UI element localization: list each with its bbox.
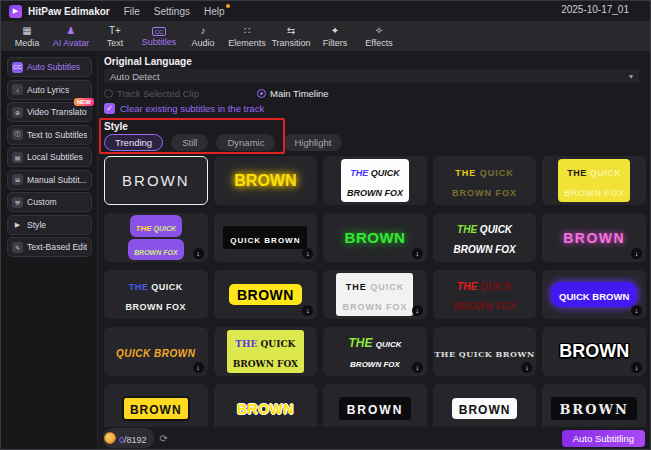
style-preset-23[interactable]: BROWN [323,384,427,427]
style-preset-sample: BROWN [229,284,302,305]
style-preset-sample: THE QUICKBROWN FOX [227,330,304,372]
checkbox-checked-icon[interactable]: ✓ [104,103,115,114]
style-preset-2[interactable]: BROWN [214,156,318,205]
download-icon: ↓ [412,362,423,373]
style-preset-sample: THE QUICKBROWN FOX [336,273,413,315]
style-preset-8[interactable]: BROWN↓ [323,213,427,262]
tab-transition[interactable]: ⇆Transition [269,25,313,48]
style-preset-24[interactable]: BROWN [433,384,537,427]
style-preset-10[interactable]: BROWN↓ [542,213,646,262]
style-preset-3[interactable]: THE QUICKBROWN FOX [323,156,427,205]
menu-settings[interactable]: Settings [154,6,190,17]
sidebar-item-local-subtitles[interactable]: ▤Local Subtitles [7,147,92,167]
style-preset-4[interactable]: THE QUICKBROWN FOX [433,156,537,205]
download-icon: ↓ [302,248,313,259]
style-preset-7[interactable]: QUICK BROWN↓ [214,213,318,262]
style-preset-sample: BROWN [551,397,637,420]
style-preset-11[interactable]: THE QUICKBROWN FOX [104,270,208,319]
tab-label: Audio [191,38,214,48]
style-tab-dynamic[interactable]: Dynamic [216,134,275,151]
main-timeline-label: Main Timeline [270,88,329,99]
style-preset-13[interactable]: THE QUICKBROWN FOX↓ [323,270,427,319]
tab-subtitles[interactable]: CCSubtitles [137,25,181,47]
sidebar-item-auto-subtitles[interactable]: CCAuto Subtitles [7,57,92,77]
style-preset-6[interactable]: THE QUICKBROWN FOX↓ [104,213,208,262]
style-preset-sample: THE QUICKBROWN FOX [453,218,515,256]
sidebar-item-auto-lyrics[interactable]: ♪Auto Lyrics [7,80,92,100]
refresh-icon[interactable]: ⟳ [160,433,168,444]
style-preset-sample: BROWN [234,171,296,190]
style-preset-19[interactable]: THE QUICK BROWN↓ [433,327,537,376]
filters-icon: ✦ [331,25,339,37]
style-preset-9[interactable]: THE QUICKBROWN FOX [433,213,537,262]
style-tab-still[interactable]: Still [171,134,208,151]
tab-audio[interactable]: ♪Audio [181,25,225,48]
style-preset-22[interactable]: BROWN [214,384,318,427]
download-icon: ↓ [631,362,642,373]
sidebar-item-custom[interactable]: ⚒Custom [7,192,92,212]
style-preset-17[interactable]: THE QUICKBROWN FOX [214,327,318,376]
auto-subtitling-button[interactable]: Auto Subtitling [562,430,645,447]
sidebar-item-manual-subtit[interactable]: ⊞Manual Subtit... [7,170,92,190]
subtitles-icon: CC [152,27,167,36]
style-tab-trending[interactable]: Trending [104,134,163,151]
style-preset-sample: BROWN [122,396,190,421]
tab-filters[interactable]: ✦Filters [313,25,357,48]
text-icon: T+ [109,25,121,37]
style-tab-highlight[interactable]: Highlight [283,134,342,151]
language-dropdown[interactable]: Auto Detect ▾ [104,69,639,83]
tab-label: Elements [228,38,266,48]
style-preset-sample: BROWN [122,171,190,190]
style-preset-16[interactable]: QUICK BROWN↓ [104,327,208,376]
tab-effects[interactable]: ✧Effects [357,25,401,48]
style-preset-1[interactable]: BROWN [104,156,208,205]
style-preset-12[interactable]: BROWN↓ [214,270,318,319]
tab-elements[interactable]: ∷Elements [225,25,269,48]
download-icon: ↓ [631,248,642,259]
media-icon: ▦ [22,25,31,37]
style-preset-5[interactable]: THE QUICKBROWN FOX [542,156,646,205]
style-preset-sample: THE QUICKBROWN FOX [453,275,515,313]
sidebar-item-label: Auto Subtitles [27,62,80,72]
sidebar-item-text-to-subtitles[interactable]: ⓉText to Subtitles [7,125,92,145]
sidebar-item-text-based-editi[interactable]: ✎Text-Based Editi... [7,237,92,257]
menu-file[interactable]: File [124,6,140,17]
app-logo-icon: ▶ [9,5,22,18]
style-preset-21[interactable]: BROWN [104,384,208,427]
audio-icon: ♪ [201,25,206,37]
track-selected-clip-radio[interactable] [104,89,113,98]
notification-dot [226,4,230,8]
style-section-label: Style [104,121,128,132]
download-icon: ↓ [412,248,423,259]
style-preset-18[interactable]: THE QUICKBROWN FOX↓ [323,327,427,376]
sidebar-item-video-translator[interactable]: ⊕Video TranslatorNEW [7,102,92,122]
main-timeline-radio[interactable] [257,89,266,98]
manual-subtitles-icon: ⊞ [12,174,23,185]
clear-subtitles-checkbox-row[interactable]: ✓ Clear existing subtitles in the track [104,103,264,114]
style-preset-20[interactable]: BROWN↓ [542,327,646,376]
sidebar-item-style[interactable]: ▶Style [7,215,92,235]
download-icon: ↓ [193,248,204,259]
credits-total: /8192 [124,435,147,445]
tab-label: AI Avatar [53,38,89,48]
chevron-down-icon: ▾ [629,72,633,81]
sidebar-item-label: Auto Lyrics [27,85,69,95]
style-preset-sample: THE QUICKBROWN FOX [348,332,401,370]
tab-text[interactable]: T+Text [93,25,137,48]
download-icon: ↓ [412,305,423,316]
style-preset-sample: BROWN [563,228,625,247]
tab-ai-avatar[interactable]: ♟AI Avatar [49,25,93,48]
tab-media[interactable]: ▦Media [5,25,49,48]
menu-help[interactable]: Help [204,6,225,17]
style-preset-sample: THE QUICKBROWN FOX [558,159,631,201]
style-preset-14[interactable]: THE QUICKBROWN FOX [433,270,537,319]
local-subtitles-icon: ▤ [12,152,23,163]
project-title: 2025-10-17_01 [561,4,629,15]
sidebar-item-label: Text to Subtitles [27,130,87,140]
tab-label: Subtitles [142,37,177,47]
style-preset-15[interactable]: QUICK BROWN↓ [542,270,646,319]
effects-icon: ✧ [375,25,383,37]
footer-bar: 0/8192 ⟳ Auto Subtitling [98,427,650,449]
sidebar-item-label: Text-Based Editi... [27,242,87,252]
style-preset-25[interactable]: BROWN [542,384,646,427]
